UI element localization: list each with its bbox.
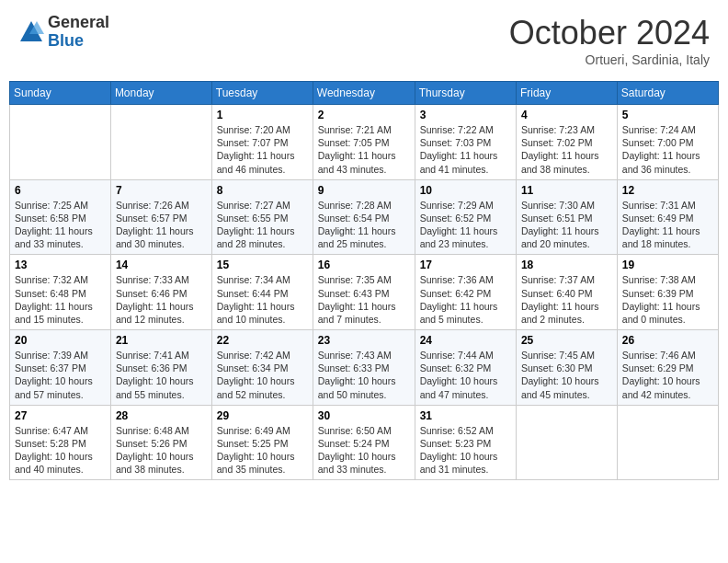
day-info: Sunrise: 7:33 AMSunset: 6:46 PMDaylight:… (116, 273, 207, 326)
calendar-cell: 7Sunrise: 7:26 AMSunset: 6:57 PMDaylight… (110, 179, 211, 255)
day-number: 18 (521, 259, 612, 271)
calendar-cell (516, 405, 617, 480)
day-info: Sunrise: 7:42 AMSunset: 6:34 PMDaylight:… (217, 349, 308, 401)
day-info: Sunrise: 7:41 AMSunset: 6:36 PMDaylight:… (116, 349, 207, 401)
calendar-table: SundayMondayTuesdayWednesdayThursdayFrid… (9, 81, 719, 480)
calendar-cell: 5Sunrise: 7:24 AMSunset: 7:00 PMDaylight… (617, 105, 718, 180)
calendar-cell: 3Sunrise: 7:22 AMSunset: 7:03 PMDaylight… (415, 105, 516, 180)
calendar-cell: 28Sunrise: 6:48 AMSunset: 5:26 PMDayligh… (110, 405, 211, 480)
day-number: 11 (521, 184, 612, 197)
day-number: 17 (420, 259, 511, 271)
calendar-cell: 21Sunrise: 7:41 AMSunset: 6:36 PMDayligh… (110, 330, 211, 406)
day-info: Sunrise: 7:23 AMSunset: 7:02 PMDaylight:… (521, 123, 612, 176)
calendar-cell: 15Sunrise: 7:34 AMSunset: 6:44 PMDayligh… (211, 255, 313, 330)
day-info: Sunrise: 6:50 AMSunset: 5:24 PMDaylight:… (318, 424, 410, 477)
calendar-cell: 14Sunrise: 7:33 AMSunset: 6:46 PMDayligh… (110, 255, 211, 330)
day-number: 26 (622, 334, 713, 347)
calendar-cell: 12Sunrise: 7:31 AMSunset: 6:49 PMDayligh… (617, 179, 718, 255)
day-info: Sunrise: 6:49 AMSunset: 5:25 PMDaylight:… (217, 424, 308, 477)
day-number: 10 (420, 184, 511, 197)
day-of-week-header: Monday (110, 82, 211, 105)
calendar-cell: 31Sunrise: 6:52 AMSunset: 5:23 PMDayligh… (415, 405, 516, 480)
day-number: 23 (318, 334, 410, 347)
calendar-cell: 6Sunrise: 7:25 AMSunset: 6:58 PMDaylight… (10, 179, 111, 255)
day-of-week-header: Thursday (415, 82, 516, 105)
calendar-cell: 24Sunrise: 7:44 AMSunset: 6:32 PMDayligh… (415, 330, 516, 406)
day-number: 1 (217, 109, 308, 121)
day-of-week-header: Wednesday (313, 82, 415, 105)
day-info: Sunrise: 7:27 AMSunset: 6:55 PMDaylight:… (217, 199, 308, 251)
calendar-cell: 23Sunrise: 7:43 AMSunset: 6:33 PMDayligh… (313, 330, 415, 406)
day-info: Sunrise: 7:35 AMSunset: 6:43 PMDaylight:… (318, 273, 410, 326)
calendar-cell: 19Sunrise: 7:38 AMSunset: 6:39 PMDayligh… (617, 255, 718, 330)
calendar-cell: 16Sunrise: 7:35 AMSunset: 6:43 PMDayligh… (313, 255, 415, 330)
day-info: Sunrise: 7:25 AMSunset: 6:58 PMDaylight:… (15, 199, 106, 251)
day-number: 7 (116, 184, 207, 197)
day-of-week-header: Sunday (10, 82, 111, 105)
calendar-week-row: 20Sunrise: 7:39 AMSunset: 6:37 PMDayligh… (10, 330, 719, 406)
day-info: Sunrise: 7:28 AMSunset: 6:54 PMDaylight:… (318, 199, 410, 251)
calendar-header-row: SundayMondayTuesdayWednesdayThursdayFrid… (10, 82, 719, 105)
day-info: Sunrise: 7:20 AMSunset: 7:07 PMDaylight:… (217, 123, 308, 176)
day-number: 4 (521, 109, 612, 121)
day-info: Sunrise: 7:30 AMSunset: 6:51 PMDaylight:… (521, 199, 612, 251)
logo-text: General Blue (48, 14, 109, 51)
day-number: 2 (318, 109, 410, 121)
calendar-cell: 8Sunrise: 7:27 AMSunset: 6:55 PMDaylight… (211, 179, 313, 255)
calendar-cell (10, 105, 111, 180)
day-info: Sunrise: 7:32 AMSunset: 6:48 PMDaylight:… (15, 273, 106, 326)
day-number: 22 (217, 334, 308, 347)
calendar-week-row: 6Sunrise: 7:25 AMSunset: 6:58 PMDaylight… (10, 179, 719, 255)
calendar-week-row: 1Sunrise: 7:20 AMSunset: 7:07 PMDaylight… (10, 105, 719, 180)
day-of-week-header: Tuesday (211, 82, 313, 105)
calendar-cell: 18Sunrise: 7:37 AMSunset: 6:40 PMDayligh… (516, 255, 617, 330)
day-number: 25 (521, 334, 612, 347)
day-info: Sunrise: 7:22 AMSunset: 7:03 PMDaylight:… (420, 123, 511, 176)
day-of-week-header: Saturday (617, 82, 718, 105)
calendar-cell (617, 405, 718, 480)
logo: General Blue (18, 14, 109, 51)
day-info: Sunrise: 7:36 AMSunset: 6:42 PMDaylight:… (420, 273, 511, 326)
calendar-cell: 13Sunrise: 7:32 AMSunset: 6:48 PMDayligh… (10, 255, 111, 330)
calendar-cell: 20Sunrise: 7:39 AMSunset: 6:37 PMDayligh… (10, 330, 111, 406)
day-number: 28 (116, 409, 207, 422)
calendar-cell: 4Sunrise: 7:23 AMSunset: 7:02 PMDaylight… (516, 105, 617, 180)
month-title: October 2024 (509, 14, 710, 52)
day-number: 21 (116, 334, 207, 347)
day-info: Sunrise: 7:39 AMSunset: 6:37 PMDaylight:… (15, 349, 106, 401)
calendar-cell: 11Sunrise: 7:30 AMSunset: 6:51 PMDayligh… (516, 179, 617, 255)
logo-blue: Blue (48, 32, 109, 51)
day-number: 9 (318, 184, 410, 197)
calendar-cell (110, 105, 211, 180)
day-number: 24 (420, 334, 511, 347)
logo-general: General (48, 14, 109, 32)
calendar-cell: 17Sunrise: 7:36 AMSunset: 6:42 PMDayligh… (415, 255, 516, 330)
day-number: 5 (622, 109, 713, 121)
location: Ortueri, Sardinia, Italy (509, 52, 710, 67)
day-info: Sunrise: 7:31 AMSunset: 6:49 PMDaylight:… (622, 199, 713, 251)
day-info: Sunrise: 7:26 AMSunset: 6:57 PMDaylight:… (116, 199, 207, 251)
day-info: Sunrise: 6:52 AMSunset: 5:23 PMDaylight:… (420, 424, 511, 477)
day-number: 6 (15, 184, 106, 197)
day-number: 19 (622, 259, 713, 271)
calendar-week-row: 13Sunrise: 7:32 AMSunset: 6:48 PMDayligh… (10, 255, 719, 330)
logo-icon (18, 19, 44, 45)
day-number: 3 (420, 109, 511, 121)
day-number: 16 (318, 259, 410, 271)
calendar-cell: 30Sunrise: 6:50 AMSunset: 5:24 PMDayligh… (313, 405, 415, 480)
day-number: 8 (217, 184, 308, 197)
day-info: Sunrise: 7:43 AMSunset: 6:33 PMDaylight:… (318, 349, 410, 401)
day-number: 29 (217, 409, 308, 422)
calendar-cell: 25Sunrise: 7:45 AMSunset: 6:30 PMDayligh… (516, 330, 617, 406)
day-number: 12 (622, 184, 713, 197)
day-number: 31 (420, 409, 511, 422)
day-of-week-header: Friday (516, 82, 617, 105)
calendar-cell: 9Sunrise: 7:28 AMSunset: 6:54 PMDaylight… (313, 179, 415, 255)
day-info: Sunrise: 7:38 AMSunset: 6:39 PMDaylight:… (622, 273, 713, 326)
day-info: Sunrise: 7:37 AMSunset: 6:40 PMDaylight:… (521, 273, 612, 326)
day-info: Sunrise: 7:46 AMSunset: 6:29 PMDaylight:… (622, 349, 713, 401)
day-info: Sunrise: 7:29 AMSunset: 6:52 PMDaylight:… (420, 199, 511, 251)
title-block: October 2024 Ortueri, Sardinia, Italy (509, 14, 710, 67)
day-info: Sunrise: 7:24 AMSunset: 7:00 PMDaylight:… (622, 123, 713, 176)
day-number: 27 (15, 409, 106, 422)
